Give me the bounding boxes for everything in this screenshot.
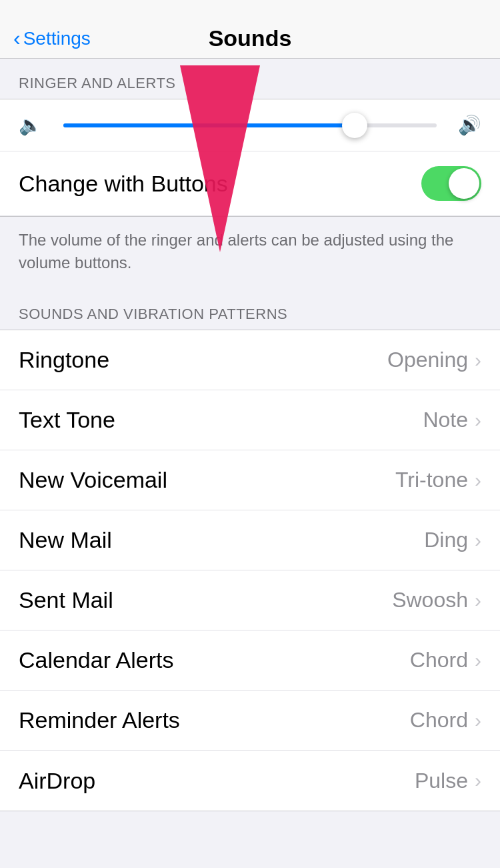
- ringtone-chevron-icon: ›: [475, 349, 481, 372]
- text-tone-right: Note ›: [423, 408, 481, 432]
- reminder-alerts-right: Chord ›: [410, 708, 481, 733]
- new-voicemail-chevron-icon: ›: [475, 469, 481, 492]
- sounds-section-header: SOUNDS AND VIBRATION PATTERNS: [0, 290, 500, 330]
- volume-slider-track[interactable]: [63, 123, 437, 127]
- nav-bar: ‹ Settings Sounds: [0, 0, 500, 59]
- airdrop-chevron-icon: ›: [475, 769, 481, 792]
- new-mail-chevron-icon: ›: [475, 529, 481, 552]
- airdrop-label: AirDrop: [19, 768, 95, 794]
- airdrop-value: Pulse: [415, 769, 468, 793]
- reminder-alerts-chevron-icon: ›: [475, 709, 481, 732]
- new-mail-value: Ding: [424, 528, 468, 552]
- text-tone-row[interactable]: Text Tone Note ›: [0, 390, 500, 450]
- sent-mail-value: Swoosh: [392, 588, 468, 612]
- new-mail-right: Ding ›: [424, 528, 481, 552]
- reminder-alerts-value: Chord: [410, 708, 468, 733]
- text-tone-chevron-icon: ›: [475, 409, 481, 432]
- new-voicemail-row[interactable]: New Voicemail Tri-tone ›: [0, 450, 500, 510]
- calendar-alerts-label: Calendar Alerts: [19, 647, 173, 673]
- airdrop-right: Pulse ›: [415, 769, 481, 793]
- ringtone-right: Opening ›: [387, 348, 481, 372]
- back-button[interactable]: ‹ Settings: [13, 26, 91, 51]
- back-label: Settings: [23, 28, 91, 49]
- volume-low-icon: 🔈: [19, 114, 42, 136]
- volume-slider-fill: [63, 123, 355, 127]
- toggle-knob: [449, 168, 479, 199]
- ringtone-value: Opening: [387, 348, 468, 372]
- back-chevron-icon: ‹: [13, 26, 21, 51]
- sent-mail-label: Sent Mail: [19, 587, 113, 613]
- new-mail-label: New Mail: [19, 527, 112, 553]
- volume-card-group: 🔈 🔊 Change with Buttons: [0, 99, 500, 217]
- sounds-card-group: Ringtone Opening › Text Tone Note › New …: [0, 330, 500, 811]
- volume-high-icon: 🔊: [458, 114, 481, 136]
- change-with-buttons-row[interactable]: Change with Buttons: [0, 151, 500, 216]
- new-voicemail-right: Tri-tone ›: [395, 468, 481, 492]
- page-title: Sounds: [209, 25, 292, 51]
- ringtone-row[interactable]: Ringtone Opening ›: [0, 330, 500, 390]
- change-with-buttons-toggle[interactable]: [421, 166, 481, 201]
- text-tone-value: Note: [423, 408, 468, 432]
- calendar-alerts-row[interactable]: Calendar Alerts Chord ›: [0, 630, 500, 691]
- new-mail-row[interactable]: New Mail Ding ›: [0, 510, 500, 570]
- volume-slider-thumb[interactable]: [342, 113, 367, 138]
- calendar-alerts-value: Chord: [410, 648, 468, 673]
- reminder-alerts-label: Reminder Alerts: [19, 707, 180, 733]
- change-with-buttons-label: Change with Buttons: [19, 171, 228, 197]
- ringer-section-header: RINGER AND ALERTS: [0, 59, 500, 99]
- ringtone-label: Ringtone: [19, 347, 109, 373]
- sent-mail-row[interactable]: Sent Mail Swoosh ›: [0, 570, 500, 630]
- sent-mail-right: Swoosh ›: [392, 588, 481, 612]
- volume-slider-row[interactable]: 🔈 🔊: [0, 99, 500, 151]
- airdrop-row[interactable]: AirDrop Pulse ›: [0, 751, 500, 811]
- new-voicemail-label: New Voicemail: [19, 467, 167, 493]
- new-voicemail-value: Tri-tone: [395, 468, 468, 492]
- reminder-alerts-row[interactable]: Reminder Alerts Chord ›: [0, 691, 500, 751]
- calendar-alerts-right: Chord ›: [410, 648, 481, 673]
- page-wrapper: ‹ Settings Sounds RINGER AND ALERTS 🔈 🔊 …: [0, 0, 500, 811]
- info-text: The volume of the ringer and alerts can …: [0, 217, 500, 290]
- sent-mail-chevron-icon: ›: [475, 589, 481, 612]
- calendar-alerts-chevron-icon: ›: [475, 649, 481, 672]
- text-tone-label: Text Tone: [19, 407, 115, 433]
